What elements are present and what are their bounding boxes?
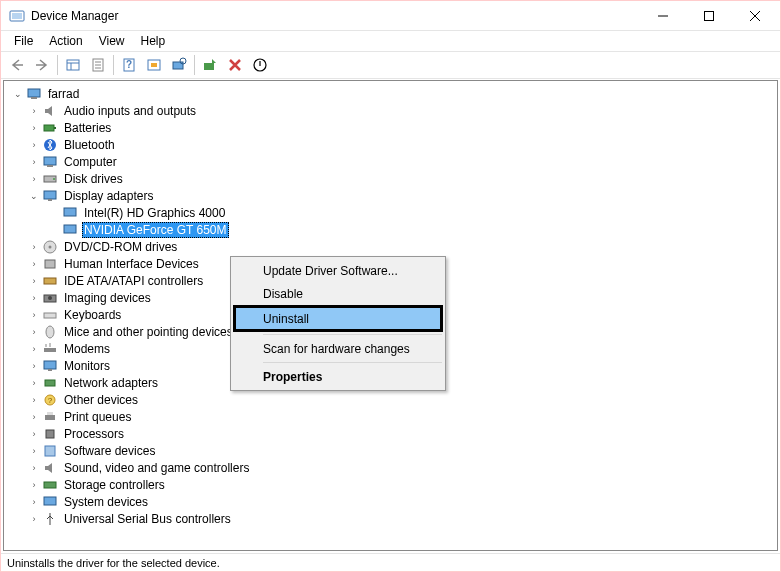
svg-point-29 — [53, 178, 55, 180]
expand-icon[interactable]: › — [26, 392, 42, 408]
scan-hardware-button[interactable] — [167, 53, 191, 77]
close-button[interactable] — [732, 1, 778, 31]
maximize-button[interactable] — [686, 1, 732, 31]
disable-device-button[interactable] — [248, 53, 272, 77]
svg-rect-51 — [45, 446, 55, 456]
dvd-icon — [42, 239, 58, 255]
tree-item[interactable]: ›System devices — [8, 493, 777, 510]
sound-icon — [42, 460, 58, 476]
expand-icon[interactable]: › — [26, 375, 42, 391]
properties-button[interactable] — [86, 53, 110, 77]
svg-text:?: ? — [48, 396, 53, 405]
svg-rect-37 — [44, 278, 56, 284]
system-icon — [42, 494, 58, 510]
tree-item[interactable]: ›Audio inputs and outputs — [8, 102, 777, 119]
svg-rect-49 — [47, 412, 53, 415]
software-icon — [42, 443, 58, 459]
back-button[interactable] — [5, 53, 29, 77]
expand-icon[interactable]: › — [26, 154, 42, 170]
tree-item[interactable]: ›?Other devices — [8, 391, 777, 408]
display-icon — [62, 205, 78, 221]
context-properties[interactable]: Properties — [233, 365, 443, 388]
tree-item[interactable]: ›DVD/CD-ROM drives — [8, 238, 777, 255]
expand-icon[interactable]: › — [26, 341, 42, 357]
svg-point-41 — [46, 326, 54, 338]
toolbar: ? — [1, 51, 780, 79]
context-update-driver[interactable]: Update Driver Software... — [233, 259, 443, 282]
menu-view[interactable]: View — [92, 33, 132, 49]
other-icon: ? — [42, 392, 58, 408]
expand-icon[interactable]: › — [26, 273, 42, 289]
expand-icon[interactable]: › — [26, 477, 42, 493]
context-scan[interactable]: Scan for hardware changes — [233, 337, 443, 360]
expand-icon[interactable]: › — [26, 460, 42, 476]
expand-icon[interactable]: › — [26, 443, 42, 459]
expand-icon[interactable]: › — [26, 239, 42, 255]
svg-rect-31 — [48, 199, 52, 201]
expand-icon[interactable]: › — [26, 171, 42, 187]
svg-rect-22 — [31, 97, 37, 99]
mouse-icon — [42, 324, 58, 340]
action-button[interactable] — [142, 53, 166, 77]
expand-icon[interactable]: › — [26, 426, 42, 442]
svg-rect-50 — [46, 430, 54, 438]
show-hide-button[interactable] — [61, 53, 85, 77]
expand-icon[interactable]: › — [26, 137, 42, 153]
menu-file[interactable]: File — [7, 33, 40, 49]
imaging-icon — [42, 290, 58, 306]
expand-icon[interactable]: › — [26, 324, 42, 340]
display-icon — [42, 188, 58, 204]
help-button[interactable]: ? — [117, 53, 141, 77]
svg-text:?: ? — [126, 59, 132, 70]
svg-rect-44 — [48, 369, 52, 371]
tree-item[interactable]: ›Computer — [8, 153, 777, 170]
tree-item[interactable]: ›Sound, video and game controllers — [8, 459, 777, 476]
menu-help[interactable]: Help — [134, 33, 173, 49]
audio-icon — [42, 103, 58, 119]
tree-item-nvidia-selected[interactable]: NVIDIA GeForce GT 650M — [8, 221, 777, 238]
update-driver-button[interactable] — [198, 53, 222, 77]
expand-icon[interactable]: › — [26, 103, 42, 119]
ide-icon — [42, 273, 58, 289]
svg-rect-43 — [44, 361, 56, 369]
battery-icon — [42, 120, 58, 136]
expand-icon[interactable]: › — [26, 511, 42, 527]
expand-icon[interactable]: › — [26, 307, 42, 323]
title-bar: Device Manager — [1, 1, 780, 31]
tree-item[interactable]: ›Processors — [8, 425, 777, 442]
tree-item[interactable]: ›Disk drives — [8, 170, 777, 187]
tree-item[interactable]: ›Print queues — [8, 408, 777, 425]
collapse-icon[interactable]: ⌄ — [10, 86, 26, 102]
uninstall-device-button[interactable] — [223, 53, 247, 77]
context-uninstall[interactable]: Uninstall — [233, 305, 443, 332]
minimize-button[interactable] — [640, 1, 686, 31]
expand-icon[interactable]: › — [26, 409, 42, 425]
context-disable[interactable]: Disable — [233, 282, 443, 305]
tree-root[interactable]: ⌄ farrad — [8, 85, 777, 102]
tree-item[interactable]: ›Bluetooth — [8, 136, 777, 153]
window-title: Device Manager — [31, 9, 640, 23]
expand-icon[interactable]: › — [26, 256, 42, 272]
printer-icon — [42, 409, 58, 425]
expand-icon[interactable]: › — [26, 494, 42, 510]
tree-item[interactable]: ›Software devices — [8, 442, 777, 459]
tree-item[interactable]: ›Universal Serial Bus controllers — [8, 510, 777, 527]
forward-button[interactable] — [30, 53, 54, 77]
tree-item-intel-graphics[interactable]: Intel(R) HD Graphics 4000 — [8, 204, 777, 221]
svg-rect-21 — [28, 89, 40, 97]
menu-action[interactable]: Action — [42, 33, 89, 49]
svg-rect-1 — [12, 13, 22, 19]
tree-item[interactable]: ›Batteries — [8, 119, 777, 136]
app-icon — [9, 8, 25, 24]
context-menu: Update Driver Software... Disable Uninst… — [230, 256, 446, 391]
tree-item-display-adapters[interactable]: ⌄Display adapters — [8, 187, 777, 204]
tree-item[interactable]: ›Storage controllers — [8, 476, 777, 493]
computer-icon — [26, 86, 42, 102]
context-separator — [263, 334, 442, 335]
expand-icon[interactable]: › — [26, 290, 42, 306]
expand-icon[interactable]: › — [26, 120, 42, 136]
svg-rect-3 — [705, 11, 714, 20]
expand-icon[interactable]: › — [26, 358, 42, 374]
collapse-icon[interactable]: ⌄ — [26, 188, 42, 204]
processor-icon — [42, 426, 58, 442]
